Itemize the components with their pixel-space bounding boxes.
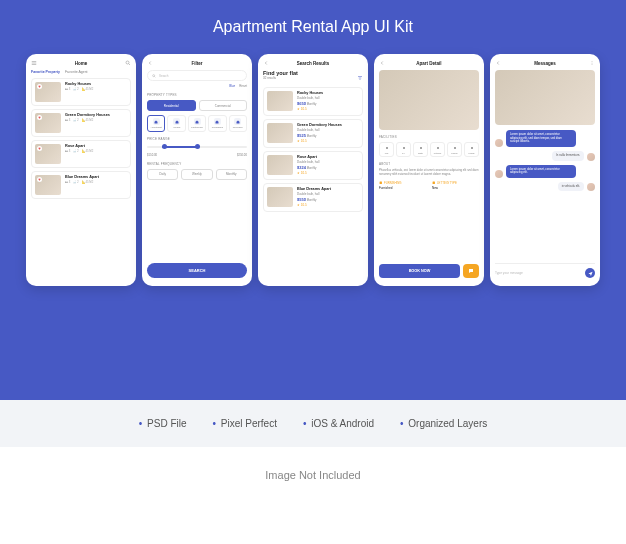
listing-card[interactable]: Blue Dreams Apart 🛏 3🛁 2📐 45 M2 (31, 171, 131, 199)
pill-monthly[interactable]: Monthly (216, 169, 247, 180)
send-button[interactable] (585, 268, 595, 278)
subtype-village[interactable]: Village (167, 115, 185, 132)
subtype-icon (214, 118, 221, 125)
result-price: $525 (297, 133, 306, 138)
message-bubble: Lorem ipsum dolor sit amet, consectetur … (506, 130, 576, 147)
favorite-icon[interactable] (37, 146, 42, 151)
spec-key: LETTING TYPE (432, 181, 479, 185)
spacer (357, 60, 363, 66)
book-button[interactable]: BOOK NOW (379, 264, 460, 278)
subtype-penthouse[interactable]: Penthouse (188, 115, 206, 132)
property-types-label: PROPERTY TYPES (147, 93, 247, 97)
subtype-condomin[interactable]: Condomin (208, 115, 226, 132)
fridge-icon (469, 145, 475, 151)
filter-action-reset[interactable]: Reset (239, 84, 247, 88)
avatar (587, 183, 595, 191)
result-image (267, 123, 293, 143)
bath-icon (418, 145, 424, 151)
search-button[interactable]: SEARCH (147, 263, 247, 278)
result-name: Rose Apart (297, 155, 359, 159)
search-placeholder: Search (159, 74, 169, 78)
svg-point-7 (437, 147, 439, 149)
tab-favorite-property[interactable]: Favorite Property (31, 70, 60, 74)
result-card[interactable]: Rocky Houses Double bath, hall $650 Mont… (263, 87, 363, 116)
facility-label: TV (399, 152, 408, 154)
subtype-icon (173, 118, 180, 125)
search-icon[interactable] (125, 60, 131, 66)
listing-name: Rocky Houses (65, 82, 127, 86)
back-icon[interactable] (147, 60, 153, 66)
result-sub: Double bath, hall (297, 96, 359, 100)
tv-icon (401, 145, 407, 151)
subtype-label: Apartment (150, 126, 162, 129)
screen-title: Apart Detail (416, 61, 441, 66)
facility-wifi: Wifi (379, 142, 394, 157)
result-name: Green Dormitory Houses (297, 123, 359, 127)
subtype-townhou[interactable]: Townhou (229, 115, 247, 132)
message-hero-image (495, 70, 595, 125)
result-stars: ★ 10.5 (297, 139, 359, 143)
filter-action-blue[interactable]: Blue (229, 84, 235, 88)
listing-name: Blue Dreams Apart (65, 175, 127, 179)
svg-point-13 (592, 63, 593, 64)
tab-favorite-agent[interactable]: Favorite Agent (65, 70, 88, 74)
subtype-apartment[interactable]: Apartment (147, 115, 165, 132)
more-icon[interactable] (589, 60, 595, 66)
result-stars: ★ 10.5 (297, 107, 359, 111)
subtype-label: Condomin (211, 126, 223, 129)
facility-bath: Bath (413, 142, 428, 157)
svg-line-3 (155, 76, 156, 77)
pill-residential[interactable]: Residential (147, 100, 196, 111)
screen-title: Search Results (297, 61, 330, 66)
pill-weekly[interactable]: Weekly (181, 169, 212, 180)
listing-card[interactable]: Rocky Houses 🛏 3🛁 2📐 45 M2 (31, 78, 131, 106)
listing-card[interactable]: Rose Apart 🛏 3🛁 2📐 45 M2 (31, 140, 131, 168)
price-slider[interactable] (147, 146, 247, 148)
message-row: in vehicula elit. (495, 182, 595, 192)
pill-daily[interactable]: Daily (147, 169, 178, 180)
result-price: $550 (297, 197, 306, 202)
svg-point-2 (153, 74, 155, 76)
facility-tv: TV (396, 142, 411, 157)
facility-label: Wifi (382, 152, 391, 154)
features-bar: PSD FilePixel PerfectiOS & AndroidOrgani… (0, 400, 626, 447)
result-unit: Monthly (306, 166, 317, 170)
pill-commercial[interactable]: Commercial (199, 100, 248, 111)
frequency-label: RENTAL FREQUENCY (147, 162, 247, 166)
spec-letting type: LETTING TYPENew (432, 181, 479, 190)
svg-point-12 (592, 61, 593, 62)
svg-point-0 (126, 61, 129, 64)
screen-home: Home Favorite Property Favorite Agent Ro… (26, 54, 136, 286)
back-icon[interactable] (495, 60, 501, 66)
result-card[interactable]: Rose Apart Double bath, hall $324 Monthl… (263, 151, 363, 180)
back-icon[interactable] (379, 60, 385, 66)
back-icon[interactable] (263, 60, 269, 66)
result-sub: Double bath, hall (297, 160, 359, 164)
svg-point-5 (403, 147, 405, 149)
listing-meta: 🛏 3🛁 2📐 45 M2 (65, 87, 127, 91)
message-input[interactable]: Type your message (495, 263, 595, 278)
result-unit: Monthly (306, 198, 317, 202)
screen-filter: Filter Search Blue Reset PROPERTY TYPES … (142, 54, 252, 286)
tabs: Favorite Property Favorite Agent (31, 70, 131, 74)
avatar (495, 170, 503, 178)
listing-card[interactable]: Green Dormitory Houses 🛏 3🛁 2📐 45 M2 (31, 109, 131, 137)
favorite-icon[interactable] (37, 84, 42, 89)
favorite-icon[interactable] (37, 115, 42, 120)
footer-note: Image Not Included (0, 447, 626, 503)
price-max: $250.00 (237, 153, 247, 157)
result-card[interactable]: Green Dormitory Houses Double bath, hall… (263, 119, 363, 148)
result-card[interactable]: Blue Dreams Apart Double bath, hall $550… (263, 183, 363, 212)
subtype-label: Village (170, 126, 182, 129)
menu-icon[interactable] (31, 60, 37, 66)
chat-button[interactable] (463, 264, 479, 278)
facility-label: Phone (450, 152, 459, 154)
search-input[interactable]: Search (147, 70, 247, 81)
screen-title: Home (75, 61, 88, 66)
screen-title: Filter (191, 61, 202, 66)
kitchen-icon (435, 145, 441, 151)
message-row: Lorem ipsum dolor sit amet, consectetur … (495, 165, 595, 178)
favorite-icon[interactable] (37, 177, 42, 182)
spacer (473, 60, 479, 66)
filter-icon[interactable] (357, 75, 363, 81)
